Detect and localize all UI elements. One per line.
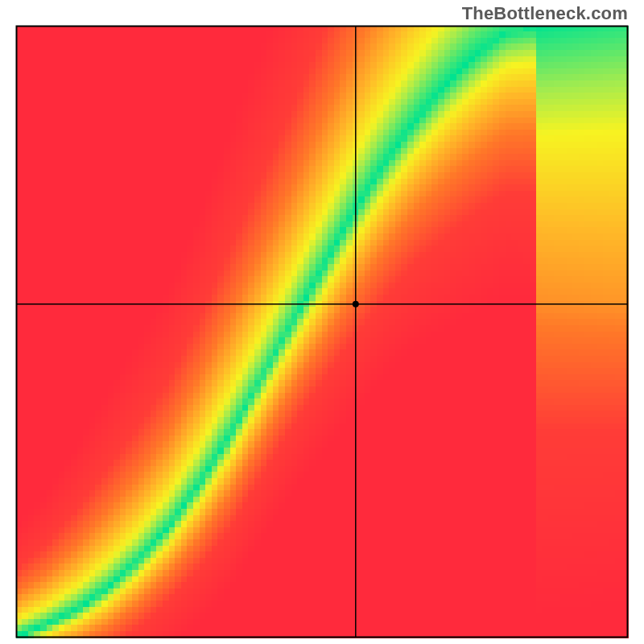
overlay-canvas <box>0 0 644 644</box>
watermark-label: TheBottleneck.com <box>462 3 628 24</box>
chart-container: TheBottleneck.com <box>0 0 644 644</box>
